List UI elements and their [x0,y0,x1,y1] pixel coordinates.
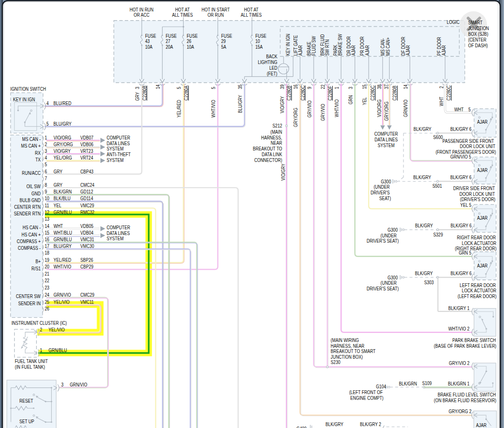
svg-text:BLK/BLU: BLK/BLU [54,195,70,201]
svg-text:OR RUN: OR RUN [208,12,224,18]
svg-text:SYSTEM: SYSTEM [107,157,123,162]
svg-text:CONNECTOR): CONNECTOR) [254,157,282,162]
svg-text:BLK/GRY: BLK/GRY [414,126,432,132]
svg-text:26: 26 [45,306,50,311]
svg-text:GRN/BLU: GRN/BLU [49,347,67,353]
svg-text:PASSENGER SIDE FRONT: PASSENGER SIDE FRONT [442,138,494,144]
svg-text:HARNESS,: HARNESS, [261,135,282,140]
svg-text:AJAR: AJAR [476,422,486,428]
svg-text:WHT/VIO 2: WHT/VIO 2 [449,326,470,332]
svg-text:PARK BRAKE SWITCH: PARK BRAKE SWITCH [452,337,496,343]
svg-text:3: 3 [45,148,47,154]
svg-text:39: 39 [279,84,285,89]
svg-text:VMC11: VMC11 [80,299,94,304]
svg-text:BULB GND: BULB GND [20,197,41,203]
svg-text:LOGIC: LOGIC [447,19,460,24]
svg-text:5: 5 [210,86,216,89]
svg-text:SENDER IN: SENDER IN [18,300,41,306]
svg-text:35: 35 [237,84,243,89]
svg-text:3: 3 [61,382,64,387]
svg-text:FUSE: FUSE [187,32,198,38]
svg-text:DOOR LOCK UNIT: DOOR LOCK UNIT [460,143,495,149]
svg-text:HARNESS, NEAR: HARNESS, NEAR [331,343,364,349]
svg-text:C2280B: C2280B [392,86,397,101]
svg-text:AJAR: AJAR [477,167,488,173]
svg-text:VMC29: VMC29 [80,203,94,208]
svg-text:11: 11 [45,203,49,208]
svg-text:GRY/ORG 2: GRY/ORG 2 [449,408,471,414]
svg-text:1: 1 [45,135,47,140]
svg-text:GRY: GRY [54,168,63,174]
svg-text:DATA LINES: DATA LINES [107,230,130,235]
svg-text:5: 5 [469,107,471,112]
svg-text:8: 8 [45,182,47,188]
svg-text:YEL/VIO: YEL/VIO [54,299,70,304]
svg-text:(FET): (FET) [267,70,277,76]
svg-text:GRN/VIO: GRN/VIO [54,291,71,297]
svg-text:13: 13 [45,216,50,222]
svg-text:5: 5 [45,161,47,167]
svg-text:AJAR: AJAR [351,45,356,55]
svg-text:SW RTN: SW RTN [324,40,330,56]
svg-text:14: 14 [45,223,50,229]
svg-text:MS CAN -: MS CAN - [22,136,41,142]
svg-text:VIO/ORG: VIO/ORG [376,99,382,117]
svg-text:BACK: BACK [266,53,278,59]
svg-text:AJAR: AJAR [477,119,488,125]
svg-text:S501: S501 [432,183,442,189]
svg-text:38: 38 [376,84,382,89]
svg-text:S329: S329 [433,232,443,237]
svg-text:15: 15 [362,84,367,89]
svg-text:20A: 20A [166,44,174,50]
svg-text:17: 17 [45,243,50,249]
svg-text:14: 14 [403,84,408,89]
svg-text:BLK/GRY 1: BLK/GRY 1 [448,305,470,311]
svg-text:SYSTEM: SYSTEM [107,146,123,151]
svg-text:GRY/VIO: GRY/VIO [320,104,326,121]
svg-text:24: 24 [45,291,50,297]
svg-text:BLU/GRY: BLU/GRY [54,120,72,126]
svg-text:(RIGHT REAR DOOR): (RIGHT REAR DOOR) [455,246,496,251]
svg-text:LEFT REAR DOOR: LEFT REAR DOOR [460,282,496,288]
svg-text:(ON BRAKE FLUID RESERVOIR): (ON BRAKE FLUID RESERVOIR) [434,397,496,403]
svg-text:FUEL TANK UNIT: FUEL TANK UNIT [15,358,48,364]
svg-text:(IN FUEL TANK): (IN FUEL TANK) [15,364,45,370]
svg-text:3: 3 [134,86,140,89]
svg-text:VRT24: VRT24 [80,155,93,160]
svg-text:CENTER SW: CENTER SW [16,293,41,299]
svg-text:BLK/GRY 6: BLK/GRY 6 [450,223,472,228]
svg-text:VDB07: VDB07 [80,135,93,140]
svg-text:3: 3 [348,86,353,89]
svg-text:BLK/GRY 6: BLK/GRY 6 [450,174,472,180]
svg-text:1: 1 [40,347,43,353]
svg-text:NEAR: NEAR [271,140,282,146]
svg-text:BLK/GRY 6: BLK/GRY 6 [450,126,472,132]
svg-text:GRY: GRY [134,92,140,101]
svg-text:KEY IN IGN: KEY IN IGN [285,34,291,56]
svg-text:2: 2 [438,86,444,88]
svg-text:C2280C: C2280C [370,86,375,101]
svg-text:AJAR: AJAR [297,45,303,55]
svg-text:GRY: GRY [54,182,63,188]
svg-text:GRY/ORG: GRY/ORG [383,101,389,121]
svg-text:GRY/VIO 2: GRY/VIO 2 [449,360,470,365]
svg-text:BLK/GRN: BLK/GRN [54,189,72,194]
svg-text:(LEFT REAR DOOR): (LEFT REAR DOOR) [458,293,496,299]
svg-text:YEL/ORG: YEL/ORG [54,155,72,160]
svg-text:R/S1: R/S1 [32,266,41,271]
svg-text:AJAR: AJAR [405,45,411,55]
svg-text:DRIVER'S SEAT): DRIVER'S SEAT) [367,238,399,244]
svg-text:SYSTEM: SYSTEM [378,142,394,148]
svg-text:GD112: GD112 [80,189,93,194]
svg-text:AJAR: AJAR [477,215,488,221]
svg-text:CBP29: CBP29 [80,264,94,269]
svg-text:(MAIN WIRING: (MAIN WIRING [331,337,359,343]
svg-text:VIO/GRY: VIO/GRY [279,96,285,113]
svg-text:DATA LINES: DATA LINES [107,140,130,146]
svg-text:YEL: YEL [54,203,62,208]
svg-text:6: 6 [45,168,47,174]
svg-text:1: 1 [334,86,340,89]
svg-text:BLK/GRY: BLK/GRY [415,223,433,228]
svg-text:C2280F: C2280F [327,86,332,101]
svg-text:YEL/RED: YEL/RED [54,257,71,263]
